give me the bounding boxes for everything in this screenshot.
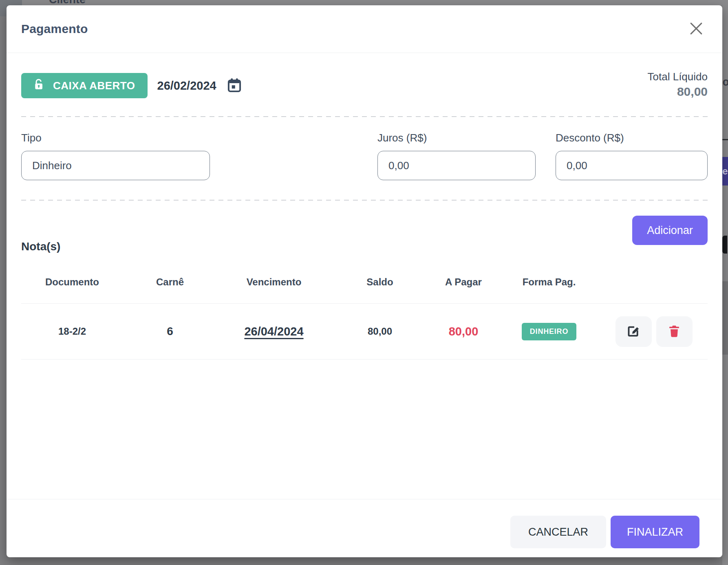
status-row: CAIXA ABERTO 26/02/2024 Total Líquido 80…	[21, 72, 708, 99]
notes-section-title: Nota(s)	[21, 240, 708, 253]
background-indigo-button-fragment: es	[722, 157, 728, 185]
background-divider-fragment	[722, 139, 728, 140]
cancelar-button[interactable]: CANCELAR	[510, 516, 606, 548]
modal-footer: CANCELAR FINALIZAR	[7, 499, 722, 557]
background-gray-fragment	[722, 281, 728, 355]
cell-documento: 18-2/2	[21, 326, 123, 337]
column-header-carne: Carnê	[123, 276, 217, 288]
tipo-field-group: Tipo Dinheiro	[21, 132, 210, 180]
page-title: Pagamento	[21, 22, 88, 36]
close-button[interactable]	[686, 19, 706, 39]
cell-carne: 6	[123, 325, 217, 338]
calendar-icon	[227, 77, 242, 94]
juros-field-group: Juros (R$)	[377, 132, 536, 180]
caixa-aberto-badge: CAIXA ABERTO	[21, 73, 148, 98]
column-header-forma-pag: Forma Pag.	[498, 276, 600, 288]
total-liquido-label: Total Líquido	[648, 70, 708, 84]
notes-table-header: Documento Carnê Vencimento Saldo A Pagar…	[21, 268, 708, 304]
column-header-documento: Documento	[21, 276, 123, 288]
juros-label: Juros (R$)	[377, 132, 536, 144]
cell-forma-pag: DINHEIRO	[498, 323, 600, 340]
trash-icon	[668, 324, 681, 339]
tipo-label: Tipo	[21, 132, 210, 144]
desconto-field-group: Desconto (R$)	[556, 132, 708, 180]
cell-saldo: 80,00	[331, 326, 429, 337]
background-dark-badge-fragment	[722, 236, 727, 254]
divider	[21, 200, 708, 201]
background-text-fragment: os	[722, 76, 728, 88]
background-cliente-label: Cliente	[49, 0, 86, 5]
table-row: 18-2/2 6 26/04/2024 80,00 80,00 DINHEIRO	[21, 304, 708, 360]
unlock-icon	[33, 78, 45, 93]
modal-header: Pagamento	[7, 5, 722, 53]
close-icon	[687, 20, 705, 39]
backdrop-right-strip: os es	[722, 0, 728, 565]
edit-note-button[interactable]	[615, 316, 652, 347]
divider	[21, 116, 708, 117]
column-header-saldo: Saldo	[331, 276, 429, 288]
cell-actions	[600, 316, 708, 347]
column-header-vencimento: Vencimento	[217, 276, 331, 288]
modal-body: CAIXA ABERTO 26/02/2024 Total Líquido 80…	[7, 72, 722, 360]
desconto-input[interactable]	[556, 151, 708, 180]
forma-pagamento-badge: DINHEIRO	[522, 323, 576, 340]
desconto-label: Desconto (R$)	[556, 132, 708, 144]
column-header-a-pagar: A Pagar	[429, 276, 498, 288]
payment-modal: Pagamento CAIXA ABERTO	[7, 5, 722, 557]
tipo-select[interactable]: Dinheiro	[21, 151, 210, 180]
juros-input[interactable]	[377, 151, 536, 180]
vencimento-date-link[interactable]: 26/04/2024	[244, 325, 303, 338]
backdrop-top-strip: Cliente	[0, 0, 728, 5]
cell-a-pagar: 80,00	[429, 325, 498, 338]
finalizar-button[interactable]: FINALIZAR	[611, 516, 699, 548]
date-picker-button[interactable]	[227, 77, 242, 94]
cell-vencimento: 26/04/2024	[217, 325, 331, 338]
caixa-aberto-label: CAIXA ABERTO	[53, 79, 135, 92]
cash-date: 26/02/2024	[157, 79, 216, 93]
total-liquido-block: Total Líquido 80,00	[648, 70, 708, 100]
delete-note-button[interactable]	[656, 316, 693, 347]
total-liquido-value: 80,00	[648, 84, 708, 100]
edit-icon	[627, 324, 640, 339]
payment-form-row: Tipo Dinheiro Juros (R$) Desconto (R$)	[21, 132, 708, 180]
adicionar-button[interactable]: Adicionar	[632, 216, 708, 245]
